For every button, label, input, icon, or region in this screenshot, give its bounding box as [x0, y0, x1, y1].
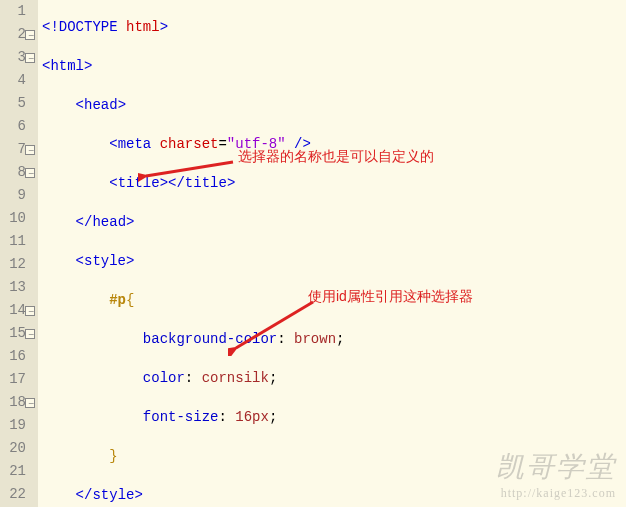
line-number: 7 — [0, 138, 34, 161]
code-line: <head> — [42, 94, 437, 117]
line-number: 2 — [0, 23, 34, 46]
line-number: 6 — [0, 115, 34, 138]
line-number: 13 — [0, 276, 34, 299]
line-number-gutter: 1 2 3 4 5 6 7 8 9 10 11 12 13 14 15 16 1… — [0, 0, 38, 507]
line-number: 16 — [0, 345, 34, 368]
line-number: 21 — [0, 460, 34, 483]
line-number: 18 — [0, 391, 34, 414]
line-number: 9 — [0, 184, 34, 207]
line-number: 20 — [0, 437, 34, 460]
line-number: 3 — [0, 46, 34, 69]
annotation-top: 选择器的名称也是可以自定义的 — [238, 148, 434, 166]
line-number: 1 — [0, 0, 34, 23]
code-line: <title></title> — [42, 172, 437, 195]
code-line: font-size: 16px; — [42, 406, 437, 429]
line-number: 5 — [0, 92, 34, 115]
line-number: 10 — [0, 207, 34, 230]
code-line: color: cornsilk; — [42, 367, 437, 390]
annotation-bottom: 使用id属性引用这种选择器 — [308, 288, 473, 306]
code-line: </head> — [42, 211, 437, 234]
line-number: 17 — [0, 368, 34, 391]
line-number: 14 — [0, 299, 34, 322]
line-number: 15 — [0, 322, 34, 345]
code-line: background-color: brown; — [42, 328, 437, 351]
code-line: <!DOCTYPE html> — [42, 16, 437, 39]
code-editor: 1 2 3 4 5 6 7 8 9 10 11 12 13 14 15 16 1… — [0, 0, 626, 507]
code-line: } — [42, 445, 437, 468]
code-line: <style> — [42, 250, 437, 273]
line-number: 8 — [0, 161, 34, 184]
line-number: 22 — [0, 483, 34, 506]
code-line: <html> — [42, 55, 437, 78]
line-number: 12 — [0, 253, 34, 276]
line-number: 11 — [0, 230, 34, 253]
line-number: 19 — [0, 414, 34, 437]
line-number: 4 — [0, 69, 34, 92]
code-area[interactable]: <!DOCTYPE html> <html> <head> <meta char… — [38, 0, 437, 507]
code-line: </style> — [42, 484, 437, 507]
